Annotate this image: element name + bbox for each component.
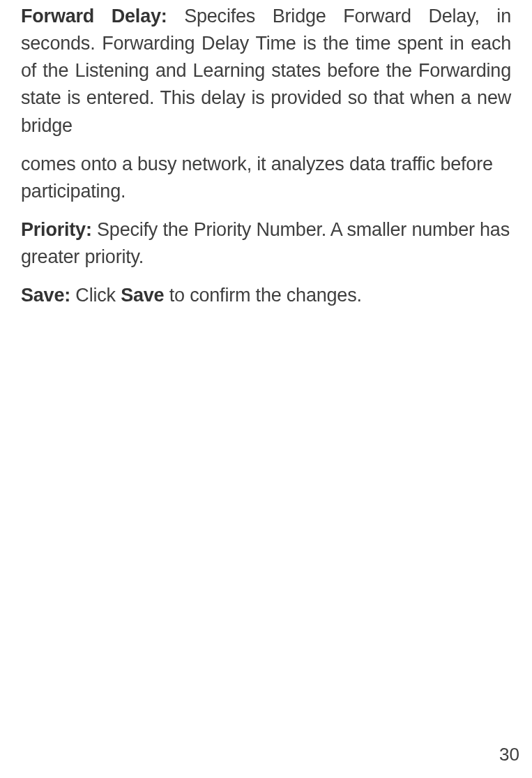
forward-delay-label: Forward Delay: [21,6,167,27]
priority-paragraph: Priority: Specify the Priority Number. A… [21,216,511,271]
priority-label: Priority: [21,219,92,240]
forward-delay-text-2: comes onto a busy network, it analyzes d… [21,154,493,202]
forward-delay-paragraph-1: Forward Delay: Specifes Bridge Forward D… [21,3,511,140]
priority-text: Specify the Priority Number. A smaller n… [21,219,510,267]
save-text-after: to confirm the changes. [164,285,361,306]
page-number: 30 [499,744,519,765]
document-content: Forward Delay: Specifes Bridge Forward D… [21,0,511,309]
save-bold-word: Save [121,285,164,306]
save-text-before: Click [70,285,121,306]
forward-delay-paragraph-2: comes onto a busy network, it analyzes d… [21,151,511,205]
save-paragraph: Save: Click Save to confirm the changes. [21,282,511,309]
save-label: Save: [21,285,70,306]
